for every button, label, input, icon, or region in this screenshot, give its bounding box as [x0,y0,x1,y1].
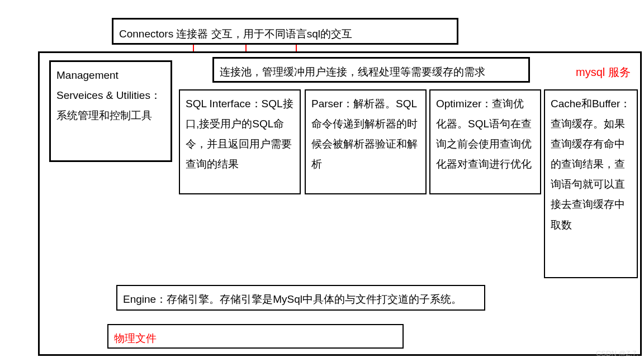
sql-interface-text: SQL Interface：SQL接口,接受用户的SQL命令，并且返回用户需要查… [186,98,293,170]
cache-box: Cache和Buffer：查询缓存。如果查询缓存有命中的查询结果，查询语句就可以… [544,89,638,278]
optimizer-box: Optimizer：查询优化器。SQL语句在查询之前会使用查询优化器对查询进行优… [429,89,541,194]
physical-file-box: 物理文件 [107,324,404,349]
connection-pool-text: 连接池，管理缓冲用户连接，线程处理等需要缓存的需求 [220,66,485,78]
optimizer-text: Optimizer：查询优化器。SQL语句在查询之前会使用查询优化器对查询进行优… [436,98,532,170]
watermark-text: CSDN @Z.7. [596,349,638,358]
service-label: mysql 服务 [576,65,631,80]
parser-text: Parser：解析器。SQL命令传递到解析器的时候会被解析器验证和解析 [311,98,418,170]
connection-pool-box: 连接池，管理缓冲用户连接，线程处理等需要缓存的需求 [212,57,530,83]
parser-box: Parser：解析器。SQL命令传递到解析器的时候会被解析器验证和解析 [305,89,427,194]
physical-file-text: 物理文件 [114,332,157,344]
cache-text: Cache和Buffer：查询缓存。如果查询缓存有命中的查询结果，查询语句就可以… [551,98,631,231]
management-box: Management Serveices & Utilities：系统管理和控制… [49,60,172,162]
connectors-text: Connectors 连接器 交互，用于不同语言sql的交互 [119,28,352,40]
engine-text: Engine：存储引擎。存储引擎是MySql中具体的与文件打交道的子系统。 [123,293,462,305]
engine-box: Engine：存储引擎。存储引擎是MySql中具体的与文件打交道的子系统。 [116,285,485,311]
sql-interface-box: SQL Interface：SQL接口,接受用户的SQL命令，并且返回用户需要查… [179,89,301,194]
management-text: Management Serveices & Utilities：系统管理和控制… [56,69,161,121]
connectors-box: Connectors 连接器 交互，用于不同语言sql的交互 [112,18,458,45]
